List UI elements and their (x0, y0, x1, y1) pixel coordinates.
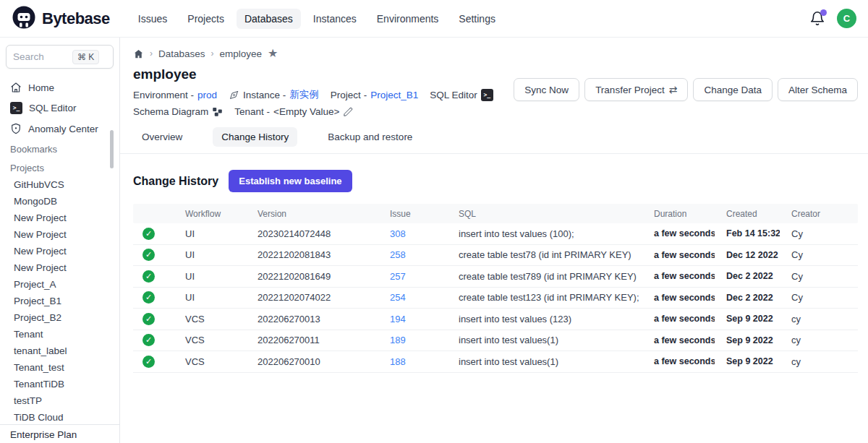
sidebar-project-item[interactable]: New Project (0, 210, 119, 226)
alter-schema-label: Alter Schema (788, 85, 847, 95)
issue-link[interactable]: 189 (378, 335, 447, 345)
success-check-icon: ✓ (142, 270, 155, 283)
edit-pencil-icon[interactable] (343, 107, 353, 117)
establish-baseline-button[interactable]: Establish new baseline (229, 170, 352, 192)
environment-label: Environment - (133, 90, 194, 100)
transfer-project-button[interactable]: Transfer Project ⇄ (584, 78, 688, 101)
issue-link[interactable]: 188 (378, 356, 447, 367)
schema-diagram-label: Schema Diagram (133, 106, 208, 117)
change-data-button[interactable]: Change Data (693, 78, 773, 101)
sidebar-item-home[interactable]: Home (0, 77, 119, 98)
tab-item[interactable]: Overview (133, 127, 191, 147)
sidebar-project-item[interactable]: New Project (0, 243, 119, 259)
workflow-cell: UI (174, 228, 246, 239)
sidebar-project-item[interactable]: Project_A (0, 276, 119, 293)
column-header[interactable]: Creator (780, 209, 858, 219)
sidebar-scrollbar[interactable] (110, 130, 114, 168)
sidebar-item-sql-editor[interactable]: >_ SQL Editor (0, 98, 119, 119)
table-row[interactable]: ✓ VCS 202206270011 189 insert into test … (133, 330, 858, 352)
navbar-item[interactable]: Databases (237, 9, 301, 29)
version-cell: 202206270010 (246, 356, 378, 367)
duration-cell: a few seconds (642, 356, 715, 366)
table-row[interactable]: ✓ UI 20221202074022 254 create table tes… (133, 288, 858, 309)
sidebar-project-item[interactable]: MongoDB (0, 193, 119, 210)
status-cell: ✓ (133, 313, 174, 325)
breadcrumb-home-icon[interactable] (133, 48, 144, 59)
plan-footer[interactable]: Enterprise Plan (0, 424, 119, 443)
status-cell: ✓ (133, 249, 174, 261)
issue-link[interactable]: 308 (378, 228, 447, 239)
tab-item[interactable]: Backup and restore (319, 127, 421, 147)
issue-link[interactable]: 194 (378, 314, 447, 324)
breadcrumb-databases[interactable]: Databases (158, 48, 205, 59)
sql-cell: insert into test values(1) (447, 356, 642, 367)
column-header[interactable]: Issue (378, 209, 447, 219)
search-shortcut-chip: ⌘ K (72, 50, 99, 64)
home-icon (10, 82, 22, 93)
success-check-icon: ✓ (142, 313, 155, 325)
search-input[interactable] (13, 51, 69, 62)
sidebar-project-item[interactable]: Tenant_test (0, 359, 119, 376)
sidebar-project-item[interactable]: Tenant (0, 326, 119, 343)
column-header[interactable]: Duration (642, 209, 715, 219)
meta-schema-diagram[interactable]: Schema Diagram (133, 106, 223, 117)
workflow-cell: UI (174, 292, 246, 303)
breadcrumb-separator: › (150, 48, 153, 59)
breadcrumb-current[interactable]: employee (220, 48, 263, 59)
version-cell: 20221202074022 (246, 292, 378, 303)
table-row[interactable]: ✓ UI 20221202081649 257 create table tes… (133, 266, 858, 288)
sidebar-project-item[interactable]: testTP (0, 392, 119, 409)
created-cell: Sep 9 2022 (715, 335, 780, 345)
tenant-value: <Empty Value> (273, 106, 339, 117)
sidebar-project-item[interactable]: Project_B2 (0, 309, 119, 326)
navbar-item[interactable]: Issues (130, 9, 175, 29)
sidebar-project-item[interactable]: tenant_label (0, 343, 119, 359)
issue-link[interactable]: 258 (378, 249, 447, 260)
user-avatar[interactable]: C (837, 9, 856, 28)
database-meta: Environment - prod Instance - 新实例 Projec… (120, 82, 540, 117)
sidebar-project-item[interactable]: New Project (0, 259, 119, 276)
environment-link[interactable]: prod (197, 90, 217, 100)
version-cell: 202206270013 (246, 314, 378, 324)
duration-cell: a few seconds (642, 314, 715, 324)
brand-logo[interactable]: Bytebase (12, 5, 110, 32)
column-header[interactable]: Created (715, 209, 780, 219)
sidebar-item-label: Home (28, 82, 54, 93)
issue-link[interactable]: 254 (378, 292, 447, 303)
sidebar-item-anomaly-center[interactable]: Anomaly Center (0, 119, 119, 139)
favorite-star-icon[interactable]: ★ (268, 48, 278, 59)
table-row[interactable]: ✓ VCS 202206270010 188 insert into test … (133, 351, 858, 373)
table-row[interactable]: ✓ VCS 202206270013 194 insert into test … (133, 309, 858, 330)
header-actions: Sync Now Transfer Project ⇄ Change Data … (514, 78, 858, 101)
created-cell: Sep 9 2022 (715, 356, 780, 366)
navbar-item[interactable]: Settings (451, 9, 503, 29)
sidebar-project-item[interactable]: Project_B1 (0, 293, 119, 309)
search-box[interactable]: ⌘ K (6, 45, 114, 69)
notifications-bell-icon[interactable] (809, 11, 825, 27)
column-header[interactable]: Version (246, 209, 378, 219)
navbar-item[interactable]: Environments (369, 9, 447, 29)
instance-link[interactable]: 新实例 (289, 88, 319, 101)
alter-schema-button[interactable]: Alter Schema (778, 78, 858, 101)
table-row[interactable]: ✓ UI 20221202081843 258 create table tes… (133, 245, 858, 267)
sidebar-project-item[interactable]: TiDB Cloud (0, 409, 119, 426)
project-link[interactable]: Project_B1 (370, 90, 418, 100)
sql-cell: create table test123 (id int PRIMARY KEY… (447, 292, 642, 303)
sidebar-project-item[interactable]: TenantTiDB (0, 376, 119, 392)
tab-item[interactable]: Change History (213, 127, 297, 147)
sidebar-project-item[interactable]: GitHubVCS (0, 176, 119, 193)
workflow-cell: VCS (174, 335, 246, 345)
sync-now-button[interactable]: Sync Now (514, 78, 579, 101)
issue-link[interactable]: 257 (378, 271, 447, 282)
sql-cell: insert into test values(1) (447, 335, 642, 345)
navbar-item[interactable]: Instances (305, 9, 365, 29)
created-cell: Sep 9 2022 (715, 314, 780, 324)
column-header[interactable]: Workflow (174, 209, 246, 219)
table-row[interactable]: ✓ UI 20230214072448 308 insert into test… (133, 223, 858, 245)
duration-cell: a few seconds (642, 271, 715, 281)
column-header[interactable]: SQL (447, 209, 642, 219)
meta-sql-editor[interactable]: SQL Editor >_ (430, 89, 493, 101)
sidebar-project-item[interactable]: New Project (0, 226, 119, 243)
meta-environment: Environment - prod (133, 90, 217, 100)
navbar-item[interactable]: Projects (179, 9, 232, 29)
